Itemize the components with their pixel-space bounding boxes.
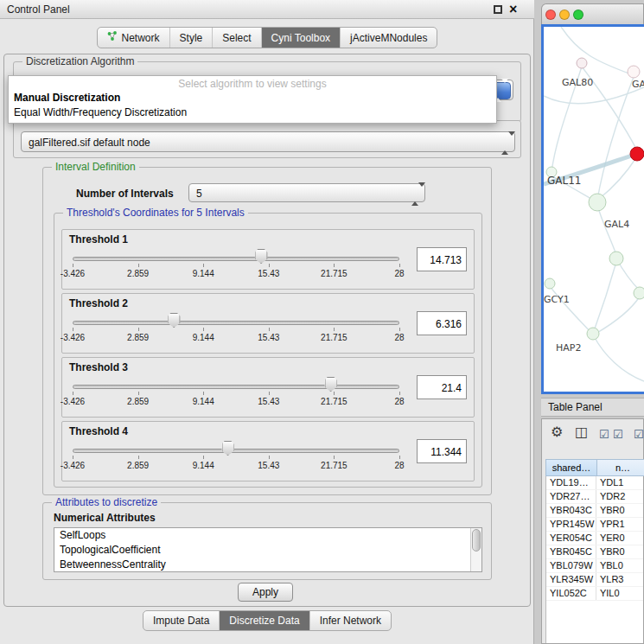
table-row[interactable]: YBR045C YBR0: [546, 545, 643, 559]
threshold-slider[interactable]: -3.426 2.859 9.144 15.43 21.715 28: [73, 439, 399, 479]
numerical-attributes-list[interactable]: SelfLoops TopologicalCoefficient Between…: [54, 527, 482, 572]
network-node[interactable]: [545, 278, 555, 289]
list-item[interactable]: BetweennessCentrality: [54, 558, 481, 572]
table-cell[interactable]: YLR345W: [546, 573, 596, 586]
tab-label: Network: [122, 32, 160, 44]
threshold-value-field[interactable]: 21.4: [417, 375, 467, 399]
table-row[interactable]: YLR345W YLR3: [546, 573, 643, 587]
tab-select[interactable]: Select: [212, 28, 260, 48]
table-row[interactable]: YBR043C YBR0: [546, 504, 643, 518]
minimize-traffic-light-icon[interactable]: [559, 10, 570, 20]
list-scrollbar[interactable]: [470, 528, 481, 571]
table-row[interactable]: YBL079W YBL0: [546, 559, 643, 573]
float-window-icon[interactable]: [494, 5, 502, 14]
slider-track[interactable]: [73, 385, 399, 389]
slider-thumb[interactable]: [168, 313, 181, 328]
scale-label: -3.426: [61, 269, 85, 278]
columns-icon[interactable]: ◫: [575, 424, 588, 440]
tab-style[interactable]: Style: [169, 28, 213, 48]
network-node-selected-red[interactable]: [630, 147, 644, 161]
network-node[interactable]: [589, 194, 606, 211]
close-icon[interactable]: ×: [509, 1, 517, 18]
threshold-label: Threshold 1: [69, 233, 128, 245]
select-all-checkbox-icon[interactable]: ☑: [599, 427, 609, 443]
list-item[interactable]: SelfLoops: [54, 528, 481, 543]
popup-option-equal-width-frequency[interactable]: Equal Width/Frequency Discretization: [9, 105, 496, 120]
network-node[interactable]: [628, 66, 640, 78]
popup-option-manual-discretization[interactable]: Manual Discretization: [9, 91, 496, 105]
table-cell[interactable]: YBR043C: [546, 504, 596, 517]
table-row[interactable]: YER054C YER0: [546, 532, 643, 545]
column-header-shared-name[interactable]: shared…: [545, 459, 597, 476]
numerical-attributes-label: Numerical Attributes: [54, 512, 156, 524]
tab-discretize-data[interactable]: Discretize Data: [219, 611, 309, 630]
network-node[interactable]: [634, 287, 644, 299]
select-none-checkbox-icon[interactable]: ☑: [613, 427, 623, 443]
number-of-intervals-combobox[interactable]: 5: [188, 183, 425, 202]
table-cell[interactable]: YPR145W: [546, 518, 596, 531]
slider-track[interactable]: [73, 257, 399, 261]
tab-network[interactable]: Network: [98, 28, 169, 48]
network-node-label: GAL80: [562, 77, 593, 88]
table-cell[interactable]: YPR1: [596, 518, 643, 531]
down-arrow-icon: [501, 79, 508, 98]
table-data-combobox[interactable]: galFiltered.sif default node: [21, 131, 515, 152]
slider-track[interactable]: [73, 321, 399, 325]
scale-label: 21.715: [321, 461, 348, 470]
apply-button[interactable]: Apply: [238, 583, 293, 602]
tab-label: Select: [222, 32, 251, 44]
network-node[interactable]: [587, 328, 599, 340]
network-canvas[interactable]: GAL80 GA GAL11 GAL4 GCY1 HAP2: [544, 27, 644, 392]
slider-thumb[interactable]: [255, 249, 268, 264]
threshold-slider[interactable]: -3.426 2.859 9.144 15.43 21.715 28: [73, 375, 399, 415]
network-node-label: GA: [632, 79, 644, 90]
gear-icon[interactable]: ⚙: [551, 424, 563, 440]
column-header-name[interactable]: n…: [597, 459, 644, 476]
slider-thumb[interactable]: [324, 377, 337, 392]
tab-infer-network[interactable]: Infer Network: [309, 611, 391, 630]
table-row[interactable]: YIL052C YIL0: [546, 587, 643, 601]
network-graph: GAL80 GA GAL11 GAL4 GCY1 HAP2: [544, 27, 644, 392]
table-cell[interactable]: YLR3: [596, 573, 643, 586]
threshold-value-field[interactable]: 11.344: [417, 439, 467, 463]
table-cell[interactable]: YBR0: [596, 545, 643, 558]
table-cell[interactable]: YDL19…: [546, 476, 596, 489]
threshold-value-field[interactable]: 14.713: [417, 247, 467, 271]
slider-tick: [203, 264, 204, 267]
slider-tick: [138, 328, 139, 331]
tab-cyni-toolbox[interactable]: Cyni Toolbox: [261, 28, 340, 48]
table-cell[interactable]: YIL0: [596, 587, 643, 600]
table-cell[interactable]: YBL079W: [546, 559, 596, 572]
zoom-traffic-light-icon[interactable]: [573, 10, 583, 20]
scrollbar-thumb[interactable]: [472, 529, 481, 552]
tab-impute-data[interactable]: Impute Data: [143, 611, 219, 630]
network-icon: [107, 31, 118, 44]
slider-thumb[interactable]: [221, 441, 234, 456]
slider-track[interactable]: [73, 449, 399, 453]
table-cell[interactable]: YDL1: [596, 476, 643, 489]
table-cell[interactable]: YBR045C: [546, 545, 596, 558]
tab-label: Discretize Data: [229, 615, 299, 627]
interval-definition-group: Interval Definition Number of Intervals …: [42, 167, 492, 495]
slider-tick: [269, 264, 270, 267]
list-item[interactable]: TopologicalCoefficient: [54, 543, 481, 558]
table-cell[interactable]: YBL0: [596, 559, 643, 572]
table-row[interactable]: YPR145W YPR1: [546, 518, 643, 532]
table-cell[interactable]: YDR2: [596, 490, 643, 503]
table-cell[interactable]: YIL052C: [546, 587, 596, 600]
table-cell[interactable]: YDR27…: [546, 490, 596, 503]
table-cell[interactable]: YER054C: [546, 532, 596, 545]
function-icon[interactable]: ☑: [634, 427, 644, 443]
threshold-slider[interactable]: -3.426 2.859 9.144 15.43 21.715 28: [73, 247, 399, 287]
network-node[interactable]: [609, 252, 623, 265]
network-node[interactable]: [577, 58, 587, 68]
close-traffic-light-icon[interactable]: [545, 10, 556, 20]
table-cell[interactable]: YBR0: [596, 504, 643, 517]
table-cell[interactable]: YER0: [596, 532, 643, 545]
table-row[interactable]: YDR27… YDR2: [546, 490, 643, 504]
threshold-slider[interactable]: -3.426 2.859 9.144 15.43 21.715 28: [73, 311, 399, 351]
down-arrow-icon: [508, 131, 515, 150]
threshold-value-field[interactable]: 6.316: [417, 311, 467, 335]
tab-jactivemnodules[interactable]: jActiveMNodules: [340, 28, 437, 48]
table-row[interactable]: YDL19… YDL1: [546, 476, 643, 490]
